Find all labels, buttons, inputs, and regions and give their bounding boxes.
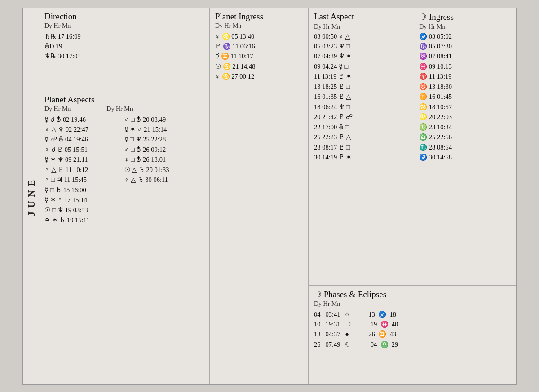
phases-box: ☽ Phases & Eclipses Dy Hr Mn 04 03:41 ○ … <box>309 286 516 384</box>
planet-ingress-box: Planet Ingress Dy Hr Mn ♀ ♌ 05 13:40 ♇ ♑… <box>210 8 308 91</box>
la-row-7: 18 06:24 ♆ □ <box>314 102 415 112</box>
planet-aspects-box: Planet Aspects Dy Hr Mn Dy Hr Mn ☿ ☌ ⛢ 0… <box>39 91 209 384</box>
middle-column: Planet Ingress Dy Hr Mn ♀ ♌ 05 13:40 ♇ ♑… <box>210 8 309 384</box>
phases-row-2: 18 04:37 ● 26 ♊ 43 <box>314 329 511 339</box>
planet-aspects-data: ☿ ☌ ⛢ 02 19:46 ♀ △ ♆ 02 22:47 ☿ ☍ ⛢ 04 1… <box>44 115 204 225</box>
phases-col-header: Dy Hr Mn <box>314 300 511 308</box>
la-row-8: 20 21:42 ♇ ☍ <box>314 112 415 122</box>
pi-row-1: ♇ ♑ 11 06:16 <box>215 41 303 51</box>
pi-row-3: ☉ ♋ 21 14:48 <box>215 62 303 71</box>
mi-row-7: ♋ 18 10:57 <box>419 102 511 112</box>
pa-right-row-0: ♂ □ ⛢ 20 08:49 <box>124 115 204 124</box>
pi-row-4: ♀ ♋ 27 00:12 <box>215 71 303 81</box>
mi-row-6: ♊ 16 01:45 <box>419 92 511 101</box>
left-column: Direction Dy Hr Mn ♄℞ 17 16:09 ⛢D 19 ♆℞ … <box>39 8 210 384</box>
pa-col-header-left: Dy Hr Mn <box>44 106 71 113</box>
phases-row-3: 26 07:49 ☾ 04 ♎ 29 <box>314 339 511 349</box>
la-row-6: 16 01:35 ♇ △ <box>314 92 415 101</box>
pa-left-row-3: ♀ ☌ ♇ 05 15:51 <box>44 145 124 154</box>
la-row-3: 09 04:24 ☿ □ <box>314 62 415 71</box>
last-aspect-ingress-box: Last Aspect ☽ Ingress Dy Hr Mn Dy Hr Mn <box>309 8 516 286</box>
la-row-11: 28 08:17 ♇ □ <box>314 142 415 152</box>
phases-row-0: 04 03:41 ○ 13 ♐ 18 <box>314 309 511 319</box>
mi-row-12: ♐ 30 14:58 <box>419 152 511 162</box>
la-row-0: 03 00:50 ♀ △ <box>314 31 415 41</box>
direction-col-header: Dy Hr Mn <box>44 22 204 30</box>
pa-left-row-8: ☿ ✶ ♀ 17 15:14 <box>44 195 124 205</box>
pa-left-row-2: ☿ ☍ ⛢ 04 19:46 <box>44 134 124 144</box>
la-row-9: 22 17:00 ⛢ □ <box>314 122 415 132</box>
la-col-header: Dy Hr Mn <box>314 23 340 30</box>
pa-left-row-1: ♀ △ ♆ 02 22:47 <box>44 124 124 134</box>
direction-title: Direction <box>44 12 204 22</box>
pa-left-row-7: ☿ □ ♄ 15 16:00 <box>44 185 124 195</box>
pi-row-0: ♀ ♌ 05 13:40 <box>215 31 303 41</box>
last-aspect-data: 03 00:50 ♀ △ 05 03:23 ♆ □ 07 04:39 ♆ ✶ 0… <box>314 31 415 163</box>
direction-row-1: ♄℞ 17 16:09 <box>44 31 204 41</box>
la-row-1: 05 03:23 ♆ □ <box>314 41 415 51</box>
pa-left-row-6: ♀ □ ♃ 11 15:45 <box>44 175 124 185</box>
pa-left-row-10: ♃ ✶ ♄ 19 15:11 <box>44 215 124 225</box>
right-column: Last Aspect ☽ Ingress Dy Hr Mn Dy Hr Mn <box>309 8 516 384</box>
direction-row-2: ⛢D 19 <box>44 41 204 51</box>
pi-col-header: Dy Hr Mn <box>215 22 303 30</box>
content-area: Direction Dy Hr Mn ♄℞ 17 16:09 ⛢D 19 ♆℞ … <box>39 8 516 384</box>
pa-left-row-4: ☿ ✶ ♆ 09 21:11 <box>44 154 124 164</box>
pa-left-row-5: ♀ △ ♇ 11 10:12 <box>44 165 124 175</box>
pa-col-header-right: Dy Hr Mn <box>106 106 133 113</box>
mi-col-header: Dy Hr Mn <box>419 23 445 30</box>
mi-row-8: ♌ 20 22:03 <box>419 112 511 122</box>
mi-row-1: ♑ 05 07:30 <box>419 41 511 51</box>
phases-row-1: 10 19:31 ☽ 19 ♓ 40 <box>314 319 511 329</box>
direction-row-3: ♆℞ 30 17:03 <box>44 51 204 61</box>
moon-ingress-title: ☽ Ingress <box>419 12 454 22</box>
pa-right-row-1: ☿ ✶ ♂ 21 15:14 <box>124 124 204 134</box>
mi-row-3: ♓ 09 10:13 <box>419 62 511 71</box>
pa-right-col: ♂ □ ⛢ 20 08:49 ☿ ✶ ♂ 21 15:14 ☿ □ ♆ 25 2… <box>124 115 204 225</box>
la-row-12: 30 14:19 ♇ ✶ <box>314 152 415 162</box>
moon-ingress-data: ♐ 03 05:02 ♑ 05 07:30 ♒ 07 08:41 ♓ 09 10… <box>415 31 511 163</box>
pa-right-row-4: ♀ □ ⛢ 26 18:01 <box>124 154 204 164</box>
mi-row-11: ♏ 28 08:54 <box>419 142 511 152</box>
pa-right-row-6: ♀ △ ♄ 30 06:11 <box>124 175 204 185</box>
phases-title: ☽ Phases & Eclipses <box>314 289 511 300</box>
pa-left-row-0: ☿ ☌ ⛢ 02 19:46 <box>44 115 124 124</box>
mi-row-4: ♈ 11 13:19 <box>419 71 511 81</box>
la-row-10: 25 22:23 ♇ △ <box>314 132 415 142</box>
pa-right-row-3: ♂ □ ⛢ 26 09:12 <box>124 145 204 154</box>
mi-row-5: ♉ 13 18:30 <box>419 82 511 92</box>
la-row-2: 07 04:39 ♆ ✶ <box>314 51 415 61</box>
main-page: JUNE Direction Dy Hr Mn ♄℞ 17 16:09 ⛢D 1… <box>22 8 517 385</box>
direction-box: Direction Dy Hr Mn ♄℞ 17 16:09 ⛢D 19 ♆℞ … <box>39 8 209 91</box>
pa-right-row-2: ☿ □ ♆ 25 22:28 <box>124 134 204 144</box>
mi-row-10: ♎ 25 22:56 <box>419 132 511 142</box>
la-row-4: 11 13:19 ♇ ✶ <box>314 71 415 81</box>
planet-ingress-title: Planet Ingress <box>215 12 303 22</box>
pa-right-row-5: ☉ △ ♄ 29 01:33 <box>124 165 204 175</box>
mi-row-9: ♍ 23 10:34 <box>419 122 511 132</box>
mi-row-0: ♐ 03 05:02 <box>419 31 511 41</box>
la-row-5: 13 18:25 ♇ □ <box>314 82 415 92</box>
month-label: JUNE <box>23 8 39 384</box>
mi-row-2: ♒ 07 08:41 <box>419 51 511 61</box>
pi-row-2: ☿ ♊ 11 10:17 <box>215 51 303 61</box>
planet-aspects-title: Planet Aspects <box>44 95 204 105</box>
pa-left-row-9: ☉ □ ♆ 19 03:53 <box>44 205 124 215</box>
pa-left-col: ☿ ☌ ⛢ 02 19:46 ♀ △ ♆ 02 22:47 ☿ ☍ ⛢ 04 1… <box>44 115 124 225</box>
last-aspect-title: Last Aspect <box>314 12 354 21</box>
